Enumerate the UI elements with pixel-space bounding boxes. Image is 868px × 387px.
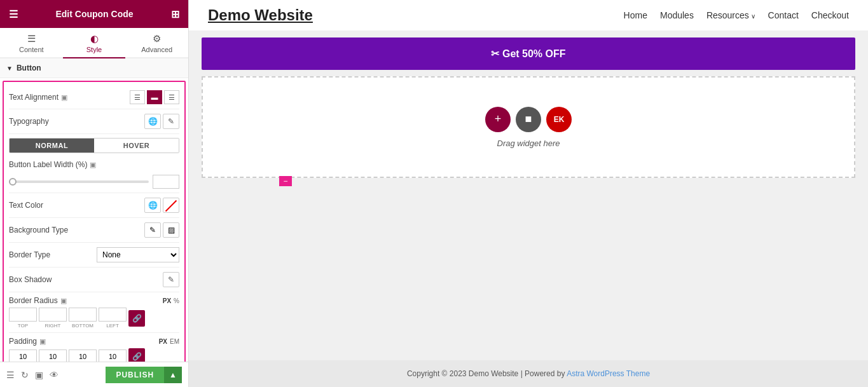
typography-pencil-btn[interactable]: ✎ [163,114,179,129]
padding-left-input[interactable] [99,350,127,362]
nav-checkout[interactable]: Checkout [811,10,849,20]
text-color-globe-btn[interactable]: 🌐 [144,198,161,213]
typography-controls: 🌐 ✎ [144,114,179,129]
text-color-swatch-btn[interactable] [163,198,179,213]
publish-dropdown-btn[interactable]: ▲ [164,367,182,383]
padding-link-btn[interactable]: 🔗 [128,348,145,362]
padding-monitor-icon[interactable]: ▣ [39,337,46,346]
bg-solid-btn[interactable]: ✎ [144,222,161,238]
border-radius-top-label: TOP [18,323,28,329]
slider-track[interactable] [9,180,149,183]
advanced-icon: ⚙ [153,33,161,44]
widget-add-btn[interactable]: + [485,107,511,132]
site-nav: Demo Website Home Modules Resources Cont… [189,0,868,31]
button-label-width-row: Button Label Width (%) ▣ [9,157,179,172]
bottom-history-btn[interactable]: ↻ [21,370,29,380]
padding-text: Padding [9,337,37,346]
red-minus-indicator[interactable]: − [279,176,292,186]
hamburger-icon[interactable]: ☰ [9,8,18,20]
site-menu: Home Modules Resources Contact Checkout [624,10,849,20]
border-radius-top-input[interactable] [9,308,37,322]
box-shadow-label: Box Shadow [9,275,52,284]
tab-content[interactable]: ☰ Content [0,28,63,58]
border-type-select[interactable]: None Solid Dashed Dotted [97,247,179,262]
nav-contact[interactable]: Contact [768,10,799,20]
nav-modules[interactable]: Modules [660,10,694,20]
normal-btn[interactable]: NORMAL [10,139,94,153]
border-radius-right-input[interactable] [39,308,67,322]
border-radius-bottom-input[interactable] [69,308,97,322]
box-shadow-row: Box Shadow ✎ [9,269,179,290]
typography-label: Typography [9,117,49,126]
divider-5 [9,242,179,243]
settings-box: Text Alignment ▣ ☰ ▬ ☰ Typography 🌐 ✎ [3,81,186,362]
divider-2 [9,133,179,134]
border-radius-pct-unit[interactable]: % [174,297,179,304]
typography-text: Typography [9,117,49,126]
publish-wrap: PUBLISH ▲ [106,367,182,383]
slider-thumb[interactable] [9,178,17,186]
panel-body: ▼ Button Text Alignment ▣ ☰ ▬ ☰ [0,58,188,362]
widget-stop-btn[interactable]: ■ [516,107,541,132]
slider-row [9,172,179,191]
normal-hover-toggle: NORMAL HOVER [9,138,179,153]
section-label: Button [17,64,41,72]
border-type-label: Border Type [9,250,50,259]
button-label-width-monitor-icon[interactable]: ▣ [90,161,96,169]
bg-gradient-btn[interactable]: ▨ [163,222,179,238]
bottom-eye-btn[interactable]: 👁 [50,370,59,380]
padding-px-unit[interactable]: PX [159,338,167,345]
nav-resources[interactable]: Resources [706,10,755,20]
border-radius-row: Border Radius ▣ PX % TOP RIGHT [9,294,179,331]
typography-globe-btn[interactable]: 🌐 [144,114,161,129]
banner-text: ✂ Get 50% OFF [491,48,565,59]
widget-actions: + ■ EK [485,107,572,132]
bottom-responsive-btn[interactable]: ▣ [35,370,43,380]
site-logo: Demo Website [208,6,313,24]
footer-link[interactable]: Astra WordPress Theme [567,369,650,378]
grid-icon[interactable]: ⊞ [171,8,179,20]
widget-ek-btn[interactable]: EK [546,107,572,132]
padding-top-input[interactable] [9,350,37,362]
text-color-row: Text Color 🌐 [9,194,179,216]
style-icon: ◐ [90,33,99,44]
divider-4 [9,217,179,218]
align-center-btn[interactable]: ▬ [147,90,162,104]
border-radius-left-label: LEFT [106,323,119,329]
background-type-controls: ✎ ▨ [144,222,179,238]
nav-home[interactable]: Home [624,10,647,20]
right-content: Demo Website Home Modules Resources Cont… [189,0,868,387]
border-radius-link-btn[interactable]: 🔗 [128,310,145,327]
padding-right-input[interactable] [39,350,67,362]
tab-style[interactable]: ◐ Style [63,28,126,58]
text-alignment-monitor-icon[interactable]: ▣ [61,93,67,102]
align-right-btn[interactable]: ☰ [164,90,179,104]
color-diagonal [165,200,177,212]
publish-button[interactable]: PUBLISH [106,367,164,383]
tab-advanced[interactable]: ⚙ Advanced [125,28,188,58]
padding-em-unit[interactable]: EM [170,338,179,345]
drag-widget-text: Drag widget here [497,139,560,148]
border-radius-left-wrap: LEFT [99,308,127,329]
padding-bottom-input[interactable] [69,350,97,362]
button-label-width-text: Button Label Width (%) [9,160,87,169]
align-left-btn[interactable]: ☰ [130,90,145,104]
text-alignment-label: Text Alignment ▣ [9,93,67,102]
divider-1 [9,109,179,109]
divider-3 [9,193,179,193]
border-radius-monitor-icon[interactable]: ▣ [60,297,67,305]
border-radius-right-label: RIGHT [45,323,61,329]
border-radius-right-wrap: RIGHT [39,308,67,329]
slider-input[interactable] [153,175,179,189]
section-header-button[interactable]: ▼ Button [0,58,188,78]
box-shadow-pencil-btn[interactable]: ✎ [163,272,179,287]
border-radius-header: Border Radius ▣ PX % [9,296,179,305]
hover-btn[interactable]: HOVER [94,139,179,153]
tab-advanced-label: Advanced [141,46,172,53]
text-color-controls: 🌐 [144,198,179,213]
padding-inputs: 🔗 [9,348,179,362]
content-icon: ☰ [27,33,36,44]
border-radius-px-unit[interactable]: PX [163,297,171,304]
bottom-layers-btn[interactable]: ☰ [6,370,15,380]
border-radius-left-input[interactable] [99,308,127,322]
